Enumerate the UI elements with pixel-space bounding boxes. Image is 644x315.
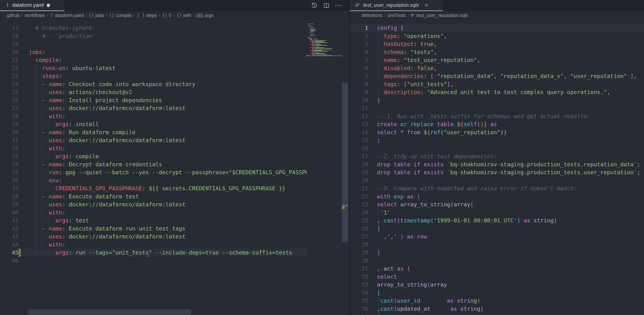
code-line-22[interactable]: 22····runs-on:·ubuntu-latest xyxy=(0,64,307,72)
code-text: ··name:·"test_user_reputation", xyxy=(377,56,480,64)
code-line-6[interactable]: 6··disabled:·false, xyxy=(350,64,644,72)
code-line-14[interactable]: 14select·*·from·${ref("user_reputation")… xyxy=(350,128,644,136)
code-line-3[interactable]: 3··hasOutput:·true, xyxy=(350,40,644,48)
code-line-34[interactable]: 34[ xyxy=(350,289,644,297)
code-line-41[interactable]: 41········args:·test xyxy=(0,217,307,225)
code-line-20[interactable]: 20jobs: xyxy=(0,48,307,56)
code-line-15[interactable]: 15; xyxy=(350,136,644,144)
code-line-33[interactable]: 33········args:·compile xyxy=(0,152,307,160)
code-line-7[interactable]: 7··dependencies:·[·"reputation_data",·"r… xyxy=(350,72,644,80)
code-line-18[interactable]: 18····#·-·'production' xyxy=(0,32,307,40)
code-line-26[interactable]: 26] xyxy=(350,225,644,233)
code-line-20[interactable]: 20 xyxy=(350,177,644,185)
modified-dot-icon[interactable] xyxy=(47,4,50,7)
code-line-43[interactable]: 43······uses:·docker://dataformco/datafo… xyxy=(0,233,307,241)
code-line-30[interactable]: 30····-·name:·Run·dataform·compile xyxy=(0,128,307,136)
code-line-40[interactable]: 40······with: xyxy=(0,209,307,217)
breadcrumb-item-steps[interactable]: [ ]steps xyxy=(137,13,157,18)
code-line-46[interactable]: 46 xyxy=(0,257,307,265)
code-line-38[interactable]: 38····-·name:·Execute·dataform·test xyxy=(0,193,307,201)
split-editor-icon[interactable] xyxy=(323,2,330,9)
code-line-37[interactable]: 37········CREDENTIALS_GPG_PASSPHRASE:·${… xyxy=(0,184,307,193)
code-line-27[interactable]: 27··,','·)·as·row xyxy=(350,233,644,241)
code-text: ····-·name:·Execute·dataform·run·unit·te… xyxy=(29,225,186,233)
tab-dataform-yaml[interactable]: ! dataform.yaml xyxy=(0,0,64,11)
code-line-8[interactable]: 8··tags:·["unit_tests"], xyxy=(350,80,644,88)
code-line-31[interactable]: 31······uses:·docker://dataformco/datafo… xyxy=(0,136,307,144)
breadcrumb-item-5[interactable]: {}5 xyxy=(162,13,172,18)
breadcrumb-item--github[interactable]: .github xyxy=(6,13,20,18)
breadcrumb-item-unittests[interactable]: unitTests xyxy=(388,13,406,18)
code-line-23[interactable]: 23select·array_to_string(array[ xyxy=(350,201,644,209)
close-icon[interactable]: ✕ xyxy=(424,2,428,8)
horizontal-scrollbar-thumb[interactable] xyxy=(28,310,191,315)
code-line-32[interactable]: 32······with: xyxy=(0,144,307,153)
code-line-2[interactable]: 2··type:·"operations", xyxy=(350,32,644,40)
code-line-5[interactable]: 5··name:·"test_user_reputation", xyxy=(350,56,644,64)
code-line-35[interactable]: 35······run:·gpg·--quiet·--batch·--yes·-… xyxy=(0,168,307,177)
code-line-29[interactable]: 29········args:·install xyxy=(0,120,307,128)
code-line-19[interactable]: 19 xyxy=(0,40,307,48)
code-line-10[interactable]: 10} xyxy=(350,96,644,104)
breadcrumb-item-compile[interactable]: {}compile xyxy=(109,13,132,18)
code-line-32[interactable]: 32select· xyxy=(350,273,644,281)
code-line-11[interactable]: 11 xyxy=(350,104,644,112)
code-line-17[interactable]: 17··#·branches-ignore:···· xyxy=(0,24,307,32)
history-icon[interactable] xyxy=(311,2,318,9)
code-line-44[interactable]: 44······with: xyxy=(0,241,307,249)
code-line-21[interactable]: 21··compile: xyxy=(0,56,307,64)
code-line-9[interactable]: 9··description:·"Advanced·unit·test·to·t… xyxy=(350,88,644,96)
code-line-26[interactable]: 26····-·name:·Install·project·dependenci… xyxy=(0,96,307,104)
code-line-28[interactable]: 28 xyxy=(350,241,644,249)
breadcrumb-item-definitions[interactable]: definitions xyxy=(362,13,382,18)
editor-dataform-yaml[interactable]: 17··#·branches-ignore:····18····#·-·'pro… xyxy=(0,19,349,315)
code-line-18[interactable]: 18drop·table·if·exists·`bq-shakhomirov-s… xyxy=(350,160,644,169)
breadcrumb-item-with[interactable]: {}with xyxy=(176,13,191,18)
breadcrumb-item-workflows[interactable]: workflows xyxy=(25,13,45,18)
breadcrumb-item-test-user-reputation-sqlx[interactable]: test_user_reputation.sqlx xyxy=(411,13,468,18)
code-line-19[interactable]: 19drop·table·if·exists·`bq-shakhomirov-s… xyxy=(350,168,644,177)
more-actions-icon[interactable]: ··· xyxy=(335,2,342,9)
code-line-29[interactable]: 29) xyxy=(350,249,644,257)
whitespace-dots: · xyxy=(447,113,450,119)
code-line-42[interactable]: 42····-·name:·Execute·dataform·run·unit·… xyxy=(0,225,307,233)
code-line-24[interactable]: 24·'1' xyxy=(350,209,644,217)
minimap[interactable] xyxy=(307,24,342,79)
code-line-39[interactable]: 39······uses:·docker://dataformco/datafo… xyxy=(0,201,307,209)
code-line-4[interactable]: 4··schema:·"tests", xyxy=(350,48,644,56)
code-line-36[interactable]: 36······env: xyxy=(0,177,307,185)
code-token: as xyxy=(407,233,414,240)
code-line-13[interactable]: 13create·or·replace·table·${self()}·as xyxy=(350,120,644,128)
code-line-30[interactable]: 30 xyxy=(350,257,644,265)
editor-test-user-reputation-sqlx[interactable]: 1config·{2··type:·"operations",3··hasOut… xyxy=(350,19,644,315)
code-line-23[interactable]: 23····steps: xyxy=(0,72,307,80)
code-line-1[interactable]: 1config·{ xyxy=(350,24,644,32)
code-line-12[interactable]: 12--·1.·Run·with·_tests·suffix·for·schem… xyxy=(350,112,644,120)
code-line-36[interactable]: 36,cast(updated_at······as·string) xyxy=(350,305,644,313)
code-line-27[interactable]: 27······uses:·docker://dataformco/datafo… xyxy=(0,104,307,112)
breadcrumb-item-args[interactable]: abcargs xyxy=(196,13,214,18)
code-line-45[interactable]: 45········args:·run·--tags="unit_tests"·… xyxy=(0,249,307,257)
code-line-25[interactable]: 25······uses:·actions/checkout@v2 xyxy=(0,88,307,96)
minimap-row xyxy=(308,37,342,38)
breadcrumb-right[interactable]: definitions›unitTests›test_user_reputati… xyxy=(350,11,644,19)
vertical-scrollbar-thumb[interactable] xyxy=(342,83,348,242)
code-line-31[interactable]: 31,·act·as·( xyxy=(350,265,644,273)
code-line-16[interactable]: 16 xyxy=(350,144,644,153)
breadcrumb-item-jobs[interactable]: {}jobs xyxy=(89,13,104,18)
code-token: secrets.CREDENTIALS_GPG_PASSPHRASE xyxy=(162,185,275,192)
code-line-17[interactable]: 17--2.·tidy·up·unit·test·dependencies: xyxy=(350,152,644,160)
code-line-22[interactable]: 22with·exp·as·( xyxy=(350,193,644,201)
tab-test-user-reputation[interactable]: test_user_reputation.sqlx ✕ xyxy=(350,0,443,11)
overview-ruler-cursor xyxy=(342,205,348,206)
code-line-24[interactable]: 24····-·name:·Checkout·code·into·workspa… xyxy=(0,80,307,88)
code-line-37[interactable]: 37] xyxy=(350,313,644,315)
breadcrumb-left[interactable]: .github›workflows›!dataform.yaml›{}jobs›… xyxy=(0,11,349,19)
code-line-25[interactable]: 25,·cast(timestamp('1999-01-01·00:00:01·… xyxy=(350,217,644,225)
code-line-34[interactable]: 34····-·name:·Decrypt·dataform·credentia… xyxy=(0,160,307,169)
code-line-21[interactable]: 21--3.·Compare·with·expected·and·raise·e… xyxy=(350,184,644,193)
code-line-35[interactable]: 35·cast(user_id········as·string)······· xyxy=(350,297,644,305)
breadcrumb-item-dataform-yaml[interactable]: !dataform.yaml xyxy=(50,12,84,18)
code-line-28[interactable]: 28······with: xyxy=(0,112,307,120)
code-line-33[interactable]: 33array_to_string(array xyxy=(350,281,644,289)
